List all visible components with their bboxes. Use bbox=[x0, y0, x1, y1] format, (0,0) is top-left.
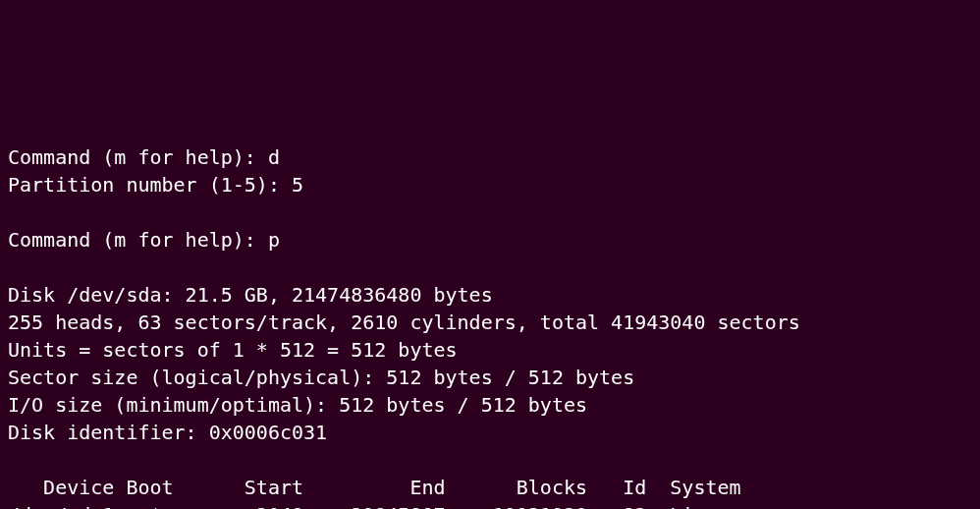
disk-info-line: Disk /dev/sda: 21.5 GB, 21474836480 byte… bbox=[8, 283, 493, 307]
command-input: d bbox=[268, 145, 280, 169]
command-prompt-line: Command (m for help): p bbox=[8, 228, 280, 252]
partition-input: 5 bbox=[292, 173, 303, 197]
disk-info-line: I/O size (minimum/optimal): 512 bytes / … bbox=[8, 393, 587, 417]
command-prompt-line: Command (m for help): d bbox=[8, 145, 280, 169]
partition-table-header: Device Boot Start End Blocks Id System bbox=[8, 476, 741, 499]
command-prompt: Command (m for help): bbox=[8, 145, 268, 169]
command-prompt: Command (m for help): bbox=[8, 228, 268, 252]
partition-prompt-line: Partition number (1-5): 5 bbox=[8, 173, 303, 197]
partition-prompt: Partition number (1-5): bbox=[8, 173, 292, 197]
partition-table-row: /dev/sda1 * 2048 39845887 19921920 83 Li… bbox=[8, 503, 730, 509]
command-input: p bbox=[268, 228, 280, 252]
disk-info-line: 255 heads, 63 sectors/track, 2610 cylind… bbox=[8, 311, 800, 334]
terminal-output: Command (m for help): d Partition number… bbox=[8, 116, 972, 509]
disk-info-line: Disk identifier: 0x0006c031 bbox=[8, 421, 327, 444]
disk-info-line: Units = sectors of 1 * 512 = 512 bytes bbox=[8, 338, 458, 362]
disk-info-line: Sector size (logical/physical): 512 byte… bbox=[8, 366, 634, 389]
